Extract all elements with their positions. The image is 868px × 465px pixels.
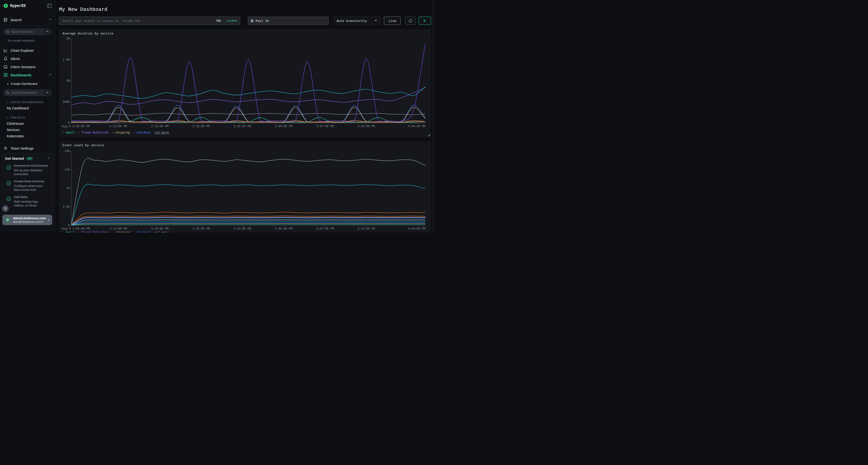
y-tick-mark [70,225,71,226]
sidebar-item-team-settings[interactable]: Team Settings [0,144,55,152]
legend-label: shipping [115,231,130,232]
series-violet-spikes [71,43,425,122]
chevron-up-icon[interactable] [49,18,52,22]
legend-item-shipping[interactable]: —shipping [112,231,130,232]
event-search-placeholder: Search your events w/ Lucene ex. column:… [62,19,216,23]
legend-swatch: — [62,131,64,134]
x-tick-label: 3:40:00 PM [275,125,292,128]
x-tick-mark [118,225,119,227]
chart-legend: —email—fraud-detection—shipping—checkout… [62,131,428,134]
legend-item-fraud-detection[interactable]: —fraud-detection [78,231,108,232]
create-dashboard-label: Create Dashboard [11,82,37,86]
check-circle-icon [6,180,11,186]
live-button[interactable]: Live [384,16,401,25]
lucene-mode-toggle[interactable]: Lucene [227,19,237,23]
plot-area [71,151,425,226]
event-search-input[interactable]: Search your events w/ Lucene ex. column:… [59,16,240,25]
create-dashboard-button[interactable]: + Create Dashboard [0,80,55,87]
sql-mode-toggle[interactable]: SQL [216,19,222,23]
x-axis-labels: Aug 4 3:04:00 PM3:12:00 PM3:19:00 PM3:26… [71,227,425,231]
legend-item-checkout[interactable]: —checkout [133,131,151,134]
journal-icon [3,18,7,22]
sidebar-item-kubernetes[interactable]: Kubernetes [0,133,55,139]
search-icon [6,30,9,33]
user-team: dale@clickhouse.com's [13,220,47,224]
x-tick-label: 3:33:00 PM [234,125,251,128]
legend-swatch: — [112,131,114,134]
y-tick-mark [70,207,71,207]
run-query-button[interactable] [418,16,431,25]
sidebar-item-alerts[interactable]: Alerts [0,55,55,63]
x-tick-mark [366,225,367,227]
series-teal [71,224,425,225]
legend-swatch: — [112,231,114,232]
user-email: dale@clickhouse.com [13,217,47,220]
legend-label: fraud-detection [82,131,109,134]
x-tick-mark [160,225,160,227]
get-started-item-connect[interactable]: Connect to ClickHouse Set up your databa… [5,164,50,176]
y-tick-label: 0 [68,224,70,227]
x-tick-mark [242,123,243,124]
refresh-button[interactable] [405,16,416,25]
laptop-icon [3,65,8,69]
y-tick-mark [70,81,71,81]
legend-swatch: — [133,231,135,232]
presets-header[interactable]: PRESETS [0,115,55,121]
saved-searches-input[interactable]: Saved Searches ⌘K [4,29,52,35]
legend-item-shipping[interactable]: —shipping [112,131,130,134]
main-content: My New Dashboard Search your events w/ L… [56,0,434,232]
legend-item-checkout[interactable]: —checkout [133,231,151,232]
saved-dashboards-placeholder: Saved Dashboards [11,91,44,94]
legend-swatch: — [78,131,80,134]
chart-explorer-icon [3,48,8,53]
step-title: Create Data Sources [14,179,48,184]
x-tick-mark [201,225,202,227]
get-started-item-sources[interactable]: Create Data Sources Configure where your… [5,179,50,192]
sidebar-section-search[interactable]: Search [0,17,55,23]
team-settings-label: Team Settings [10,146,33,150]
time-range-picker[interactable]: Past 1h [248,16,329,25]
search-icon [6,91,9,94]
sidebar-item-client-sessions[interactable]: Client Sessions [0,63,55,71]
chart-title: Event count by service [62,143,104,147]
sidebar-item-services[interactable]: Services [0,127,55,133]
legend-more-link[interactable]: +12 more [154,231,169,232]
no-saved-searches-text: No saved searches [0,39,55,42]
time-range-value: Past 1h [255,19,269,23]
x-axis-labels: Aug 4 3:04:00 PM3:12:00 PM3:19:00 PM3:26… [71,125,425,128]
legend-item-email[interactable]: —email [62,231,75,232]
check-circle-icon [6,165,11,170]
legend-item-email[interactable]: —email [62,131,75,134]
legend-swatch: — [133,131,135,134]
sidebar-item-chart-explorer[interactable]: Chart Explorer [0,46,55,55]
sidebar-item-dashboards[interactable]: Dashboards [0,71,55,79]
dashboards-grid-icon [3,73,8,77]
user-menu[interactable]: D dale@clickhouse.com dale@clickhouse.co… [2,215,52,225]
x-tick-label: 3:47:00 PM [316,227,334,230]
y-tick-label: 7K [66,187,70,190]
series-cyan-wavy [71,87,425,99]
legend-item-fraud-detection[interactable]: —fraud-detection [78,131,108,134]
sidebar-item-clickhouse[interactable]: ClickHouse [0,121,55,127]
get-started-item-add-data[interactable]: Add Data Start sending logs, metrics, or… [5,195,50,208]
calendar-icon [250,19,254,23]
chevron-up-icon[interactable] [49,73,52,77]
saved-dashboards-input[interactable]: Saved Dashboards ⌘K [4,90,52,96]
bell-icon [3,56,8,61]
step-subtitle: Start sending logs, metrics, or traces [14,200,48,208]
legend-more-link[interactable]: +12 more [154,131,169,134]
search-section-label: Search [10,18,22,22]
x-tick-label: Aug 4 3:04:00 PM [62,227,90,230]
saved-dashboards-header[interactable]: SAVED DASHBOARDS [0,99,55,105]
page-title: My New Dashboard [59,6,107,12]
scrollbar[interactable] [432,0,434,232]
granularity-select[interactable]: Auto Granularity [334,16,380,25]
help-button[interactable]: ? [2,205,9,212]
panel-resize-handle[interactable] [428,134,430,136]
avatar: D [4,217,11,223]
sidebar-collapse-icon[interactable] [47,4,52,8]
chevron-up-icon[interactable] [47,156,50,161]
sidebar-item-my-dashboard[interactable]: My Dashboard [0,105,55,111]
chevron-down-icon [374,19,377,23]
y-tick-mark [70,170,71,170]
